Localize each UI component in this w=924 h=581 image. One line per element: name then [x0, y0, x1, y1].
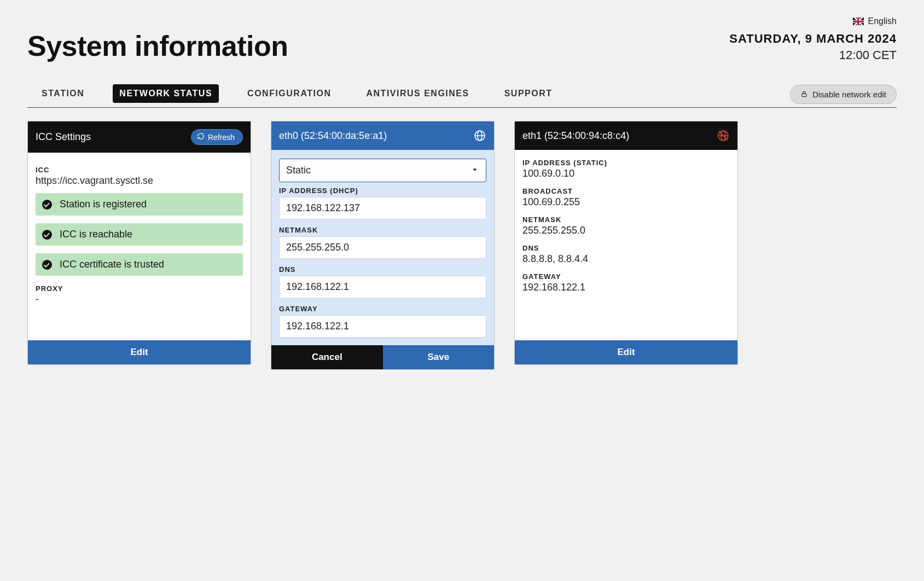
- eth1-dns-value: 8.8.8.8, 8.8.4.4: [522, 253, 730, 265]
- status-reachable-label: ICC is reachable: [60, 229, 132, 240]
- eth0-ip-label: IP ADDRESS (DHCP): [279, 187, 486, 195]
- eth0-mode-select[interactable]: Static: [279, 159, 486, 182]
- eth1-ip-value: 100.69.0.10: [522, 168, 730, 179]
- eth1-netmask-value: 255.255.255.0: [522, 225, 730, 236]
- eth1-ip-label: IP ADDRESS (STATIC): [522, 159, 730, 167]
- eth0-gateway-label: GATEWAY: [279, 305, 486, 313]
- icc-edit-button[interactable]: Edit: [28, 340, 251, 364]
- eth1-card-header: eth1 (52:54:00:94:c8:c4): [515, 121, 737, 150]
- globe-offline-icon: [717, 129, 730, 142]
- proxy-value: -: [36, 294, 243, 305]
- icc-url-label: ICC: [36, 166, 243, 174]
- eth1-edit-button[interactable]: Edit: [515, 340, 737, 364]
- status-reachable: ICC is reachable: [36, 223, 243, 246]
- tab-station[interactable]: STATION: [35, 84, 91, 103]
- eth1-card: eth1 (52:54:00:94:c8:c4) IP ADDRESS (STA…: [514, 121, 738, 365]
- eth0-card: eth0 (52:54:00:da:5e:a1) Static IP: [271, 121, 495, 370]
- eth0-dns-input[interactable]: [279, 276, 486, 298]
- refresh-label: Refresh: [208, 133, 235, 142]
- language-label: English: [868, 16, 897, 26]
- eth1-broadcast-label: BROADCAST: [522, 187, 730, 195]
- globe-icon: [473, 129, 486, 142]
- eth0-ip-input[interactable]: [279, 197, 486, 219]
- eth0-netmask-label: NETMASK: [279, 226, 486, 234]
- top-bar: System information English SATURDAY, 9 M…: [27, 16, 897, 62]
- eth1-gateway-value: 192.168.122.1: [522, 282, 730, 293]
- lock-icon: [800, 90, 808, 98]
- svg-rect-0: [802, 94, 806, 96]
- tab-support[interactable]: SUPPORT: [498, 84, 559, 103]
- flag-uk-icon: [853, 18, 864, 25]
- tab-network-status[interactable]: NETWORK STATUS: [113, 84, 219, 103]
- disable-network-edit-label: Disable network edit: [812, 90, 886, 99]
- tab-configuration[interactable]: CONFIGURATION: [241, 84, 338, 103]
- page-title: System information: [27, 31, 288, 62]
- tabs-row: STATION NETWORK STATUS CONFIGURATION ANT…: [27, 84, 897, 108]
- status-registered: Station is registered: [36, 193, 243, 216]
- check-icon: [42, 230, 52, 240]
- icc-settings-card: ICC Settings Refresh ICC https://icc.vag…: [27, 121, 251, 365]
- language-switcher[interactable]: English: [853, 16, 897, 26]
- eth1-broadcast-value: 100.69.0.255: [522, 196, 730, 208]
- eth0-gateway-input[interactable]: [279, 315, 486, 338]
- eth0-dns-label: DNS: [279, 265, 486, 274]
- icc-url-value: https://icc.vagrant.sysctl.se: [36, 175, 243, 187]
- refresh-icon: [197, 132, 205, 142]
- check-icon: [42, 200, 52, 210]
- refresh-button[interactable]: Refresh: [191, 129, 243, 145]
- header-time: 12:00 CET: [729, 48, 897, 62]
- eth0-netmask-input[interactable]: [279, 236, 486, 259]
- header-date: SATURDAY, 9 MARCH 2024: [729, 32, 897, 46]
- icc-card-header: ICC Settings Refresh: [28, 121, 251, 153]
- disable-network-edit-button[interactable]: Disable network edit: [790, 85, 897, 104]
- proxy-label: PROXY: [36, 284, 243, 293]
- eth0-cancel-button[interactable]: Cancel: [271, 345, 383, 369]
- eth0-save-button[interactable]: Save: [383, 345, 495, 369]
- eth1-gateway-label: GATEWAY: [522, 272, 730, 281]
- status-registered-label: Station is registered: [60, 199, 147, 210]
- eth1-card-title: eth1 (52:54:00:94:c8:c4): [522, 130, 629, 142]
- icc-card-title: ICC Settings: [36, 131, 91, 143]
- eth0-card-header: eth0 (52:54:00:da:5e:a1): [271, 121, 494, 150]
- check-icon: [42, 260, 52, 270]
- status-cert-trusted-label: ICC certificate is trusted: [60, 259, 164, 270]
- status-cert-trusted: ICC certificate is trusted: [36, 253, 243, 276]
- eth1-netmask-label: NETMASK: [522, 216, 730, 224]
- eth0-card-title: eth0 (52:54:00:da:5e:a1): [279, 130, 387, 142]
- eth1-dns-label: DNS: [522, 244, 730, 252]
- tab-antivirus-engines[interactable]: ANTIVIRUS ENGINES: [360, 84, 476, 103]
